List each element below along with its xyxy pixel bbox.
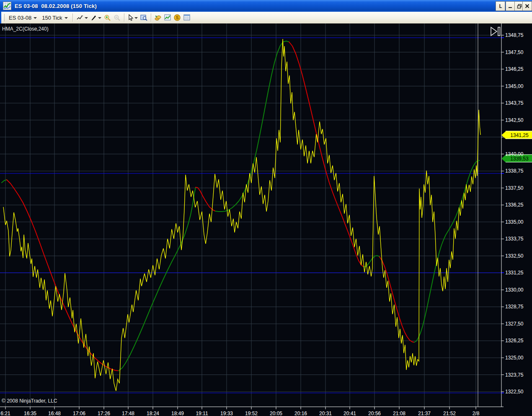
title-bar[interactable]: ES 03-08 08.02.2008 (150 Tick) L xyxy=(0,0,532,12)
time-axis-label: 20:31 xyxy=(319,411,332,416)
restore-icon xyxy=(517,4,522,9)
time-axis-label: 6:21 xyxy=(0,411,10,416)
price-axis-label: 1331,25 xyxy=(505,270,523,276)
hma-segment-up xyxy=(364,256,380,267)
toolbar-separator xyxy=(151,13,151,22)
time-axis-label: 16:35 xyxy=(24,411,36,416)
chevron-down-icon xyxy=(85,17,88,19)
price-axis-label: 1343,75 xyxy=(505,100,523,106)
svg-text:S: S xyxy=(176,16,178,20)
chart-properties-icon xyxy=(140,14,147,21)
time-axis-label: 21:08 xyxy=(393,411,405,416)
time-axis-label: 21:37 xyxy=(418,411,431,416)
toolbar: ES 03-08 150 Tick xyxy=(0,12,532,24)
time-axis-label: 19:33 xyxy=(220,411,233,416)
copyright-text: © 2008 NinjaTrader, LLC xyxy=(2,398,57,404)
price-axis-label: 1342,50 xyxy=(505,117,523,123)
time-axis-label: 17:48 xyxy=(122,411,134,416)
toolbar-separator xyxy=(72,13,73,22)
hma-segment-down xyxy=(289,42,364,267)
badge-arrow xyxy=(501,131,506,139)
price-line xyxy=(3,39,480,391)
hma-segment-up xyxy=(215,41,289,212)
time-axis-label: 17:26 xyxy=(98,411,110,416)
line-style-icon xyxy=(76,14,84,21)
chevron-down-icon xyxy=(134,17,138,19)
time-axis-label: 20:05 xyxy=(270,411,282,416)
new-chart-icon xyxy=(164,14,171,21)
price-axis-label: 1323,75 xyxy=(505,372,523,378)
price-axis-label: 1322,50 xyxy=(505,389,523,395)
price-axis-label: 1336,25 xyxy=(505,202,523,208)
price-axis-label: 1338,75 xyxy=(505,168,523,174)
time-axis-label: 2/8 xyxy=(473,411,480,416)
zoom-in-icon xyxy=(104,14,111,21)
link-button[interactable]: L xyxy=(496,1,505,11)
account-button[interactable]: S xyxy=(173,13,182,22)
price-axis-label: 1332,50 xyxy=(505,253,523,259)
data-grid-button[interactable] xyxy=(182,13,192,22)
window-title: ES 03-08 08.02.2008 (150 Tick) xyxy=(15,3,97,9)
close-icon xyxy=(525,4,529,8)
instrument-label: ES 03-08 xyxy=(9,15,31,21)
price-axis-label: 1333,75 xyxy=(505,236,523,242)
hma-segment-down xyxy=(380,257,414,342)
minimize-icon xyxy=(508,4,513,8)
toolbar-grip[interactable] xyxy=(3,14,5,21)
hma-segment-down xyxy=(7,180,119,371)
instrument-selector[interactable]: ES 03-08 xyxy=(6,13,39,22)
minimize-button[interactable] xyxy=(506,1,515,11)
price-axis-label: 1337,50 xyxy=(505,185,523,191)
zoom-out-button[interactable] xyxy=(112,13,122,22)
interval-label: 150 Tick xyxy=(42,15,62,21)
price-axis-label: 1348,75 xyxy=(505,32,523,38)
chevron-down-icon xyxy=(34,17,37,19)
time-axis-label: 20:41 xyxy=(343,411,356,416)
chart-plot xyxy=(0,23,532,416)
chart-trader-button[interactable] xyxy=(153,13,163,22)
indicator-label[interactable]: HMA_2C(Close,240) xyxy=(2,26,49,32)
time-axis-label: 20:56 xyxy=(368,411,381,416)
time-axis-label: 18:49 xyxy=(171,411,184,416)
pen-icon xyxy=(90,14,97,21)
time-axis-label: 21:52 xyxy=(443,411,456,416)
toolbar-separator xyxy=(124,13,124,22)
chart-properties-button[interactable] xyxy=(139,13,149,22)
price-axis-label: 1345,00 xyxy=(505,83,523,89)
price-axis-label: 1326,25 xyxy=(505,338,523,344)
new-chart-button[interactable] xyxy=(163,13,173,22)
window-edge xyxy=(0,12,1,23)
zoom-in-button[interactable] xyxy=(103,13,112,22)
price-axis-label: 1335,00 xyxy=(505,219,523,225)
chevron-down-icon xyxy=(98,17,101,19)
price-axis-label: 1327,50 xyxy=(505,321,523,327)
close-button[interactable] xyxy=(522,1,532,11)
data-grid-icon xyxy=(183,14,191,21)
drawing-tools-button[interactable] xyxy=(89,13,103,22)
price-axis-label: 1347,50 xyxy=(505,49,523,55)
price-axis-label: 1340,00 xyxy=(505,151,523,157)
time-axis-label: 19:52 xyxy=(245,411,258,416)
time-axis-label: 19:11 xyxy=(196,411,208,416)
price-axis-label: 1325,00 xyxy=(505,355,523,361)
go-to-last-bar-icon[interactable] xyxy=(490,26,501,39)
cursor-icon xyxy=(128,14,134,21)
price-axis-label: 1330,00 xyxy=(505,287,523,293)
chart-trader-icon xyxy=(155,14,162,21)
time-axis-label: 17:06 xyxy=(73,411,85,416)
chart-icon xyxy=(3,2,11,10)
line-style-button[interactable] xyxy=(75,13,89,22)
ninjatrader-chart-window: ES 03-08 08.02.2008 (150 Tick) L ES 03-0… xyxy=(0,0,532,416)
cursor-mode-button[interactable] xyxy=(127,13,139,22)
chart-area[interactable]: HMA_2C(Close,240) © 2008 NinjaTrader, LL… xyxy=(0,23,532,416)
interval-selector[interactable]: 150 Tick xyxy=(39,13,70,22)
chevron-down-icon xyxy=(65,17,68,19)
price-axis-label: 1346,25 xyxy=(505,66,523,72)
hma-segment-up xyxy=(2,180,7,183)
last-price-value: 1341,25 xyxy=(506,131,532,139)
zoom-out-icon xyxy=(114,14,121,21)
time-axis-label: 20:16 xyxy=(294,411,307,416)
price-axis-label: 1328,75 xyxy=(505,304,523,310)
last-price-badge: 1341,25 xyxy=(501,131,532,139)
time-axis-label: 18:24 xyxy=(147,411,159,416)
